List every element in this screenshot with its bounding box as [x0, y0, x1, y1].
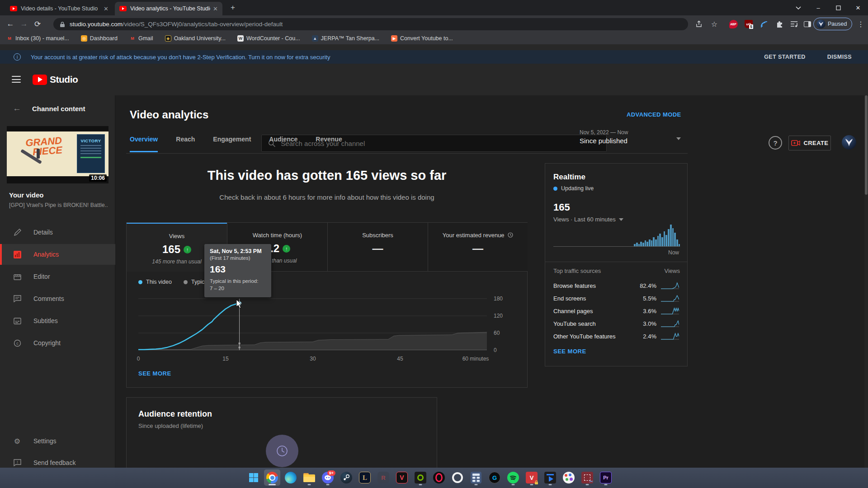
window-close-button[interactable]: ✕: [848, 0, 868, 15]
realtime-bar-chart[interactable]: [553, 223, 680, 247]
y-axis-tick: 0: [494, 347, 497, 353]
browser-menu-kebab-icon[interactable]: ⋮: [854, 18, 867, 30]
bookmark-dashboard[interactable]: ◎Dashboard: [81, 35, 118, 42]
valorant-icon[interactable]: V: [394, 469, 410, 486]
extension-adblock-plus-icon[interactable]: ABP: [727, 18, 740, 30]
bookmark-oakland-university[interactable]: ◆Oakland University...: [165, 35, 226, 42]
logitech-g-icon[interactable]: G: [486, 469, 503, 486]
bookmark-wordcounter[interactable]: WWordCounter - Cou...: [237, 35, 300, 42]
page-title: Video analytics: [130, 108, 208, 121]
traffic-sparkline: [661, 320, 679, 327]
premiere-pro-icon[interactable]: Pr: [598, 469, 614, 486]
help-button[interactable]: ?: [769, 136, 782, 150]
reload-icon[interactable]: ⟳: [31, 17, 44, 31]
live-dot: [553, 187, 557, 191]
tooltip-note: Typical in this period:7 – 20: [210, 278, 266, 292]
nvidia-geforce-icon[interactable]: [412, 469, 429, 486]
realtime-title: Realtime: [553, 173, 679, 182]
window-menu-chevron-icon[interactable]: [788, 0, 808, 15]
sidebar-item-settings[interactable]: ⚙ Settings: [0, 431, 115, 451]
file-explorer-icon[interactable]: [301, 469, 317, 486]
date-range-picker[interactable]: Nov 5, 2022 — Now Since published: [580, 129, 681, 145]
extensions-puzzle-icon[interactable]: [773, 18, 786, 30]
opera-gx-icon[interactable]: [431, 469, 447, 486]
sidebar-item-analytics[interactable]: Analytics: [0, 244, 115, 265]
scrollbar-thumb[interactable]: [865, 95, 868, 195]
snipping-tool-icon[interactable]: ✂: [579, 469, 595, 486]
side-panel-icon[interactable]: [801, 18, 814, 30]
see-more-link[interactable]: SEE MORE: [138, 370, 171, 377]
sidebar-item-details[interactable]: Details: [0, 222, 115, 243]
traffic-row-youtube-search[interactable]: YouTube search3.0%: [553, 317, 680, 330]
steelseries-icon[interactable]: [449, 469, 466, 486]
tab-engagement[interactable]: Engagement: [213, 136, 251, 152]
get-started-button[interactable]: GET STARTED: [764, 54, 806, 60]
browser-tab-strip: Video details - YouTube Studio ✕ Video a…: [0, 0, 868, 15]
browser-tab-video-analytics[interactable]: Video analytics - YouTube Studio ✕: [115, 2, 222, 15]
share-icon[interactable]: [693, 18, 705, 30]
tab-audience[interactable]: Audience: [269, 136, 297, 152]
create-button[interactable]: CREATE: [788, 136, 831, 150]
back-icon[interactable]: ←: [4, 17, 17, 31]
traffic-row-other-features[interactable]: Other YouTube features2.4%: [553, 330, 680, 343]
bookmark-jerpa[interactable]: ▲JERPA™ Tan Sherpa...: [312, 35, 379, 42]
windows-start-icon[interactable]: [245, 469, 262, 486]
video-thumbnail[interactable]: GRANDPIECE VICTORY 10:06: [7, 126, 108, 183]
paint-3d-icon[interactable]: [561, 469, 577, 486]
account-avatar[interactable]: [842, 135, 856, 150]
new-tab-button[interactable]: +: [226, 0, 240, 15]
security-warning-banner: i Your account is at greater risk of att…: [0, 50, 868, 64]
extension-audio-signal-icon[interactable]: [758, 18, 770, 30]
extension-ublock-origin-icon[interactable]: uO5: [742, 18, 755, 30]
realtime-views-dropdown[interactable]: Views · Last 60 minutes: [553, 216, 679, 223]
vanguard-icon[interactable]: V: [524, 469, 540, 486]
bookmark-inbox[interactable]: MInbox (30) - manuel...: [6, 35, 69, 42]
spotify-icon[interactable]: [505, 469, 521, 486]
calculator-icon[interactable]: [468, 469, 484, 486]
youtube-studio-logo[interactable]: Studio: [33, 74, 78, 85]
tab-close-icon[interactable]: ✕: [104, 5, 108, 12]
chrome-icon[interactable]: [264, 469, 280, 486]
forward-icon[interactable]: →: [17, 17, 31, 31]
chart-tooltip: Sat, Nov 5, 2:53 PM (First 17 minutes) 1…: [204, 244, 271, 297]
profile-avatar: [816, 19, 826, 28]
sidebar-item-comments[interactable]: Comments: [0, 288, 115, 309]
browser-tab-video-details[interactable]: Video details - YouTube Studio ✕: [5, 2, 113, 15]
tab-revenue[interactable]: Revenue: [316, 136, 342, 152]
metric-card-revenue[interactable]: Your estimated revenue —: [428, 223, 528, 272]
hamburger-menu-icon[interactable]: [12, 76, 21, 83]
edge-icon[interactable]: [283, 469, 299, 486]
window-minimize-button[interactable]: –: [808, 0, 828, 15]
retention-subtitle: Since uploaded (lifetime): [138, 422, 437, 429]
metric-card-subscribers[interactable]: Subscribers —: [327, 223, 428, 272]
youtube-play-icon: [33, 75, 47, 85]
discord-badge: 9+: [327, 470, 335, 476]
riot-client-icon[interactable]: R: [375, 469, 392, 486]
bookmark-convert-youtube[interactable]: ▶Convert Youtube to...: [391, 35, 453, 42]
address-bar[interactable]: studio.youtube.com/video/S_QFs3OFWj0/ana…: [53, 18, 688, 30]
channel-content-back[interactable]: ← Channel content: [0, 95, 115, 122]
discord-icon[interactable]: 9+: [320, 469, 336, 486]
sidebar-item-subtitles[interactable]: Subtitles: [0, 310, 115, 331]
traffic-row-browse[interactable]: Browse features82.4%: [553, 279, 680, 292]
sidebar-item-editor[interactable]: Editor: [0, 266, 115, 287]
bookmark-gmail[interactable]: MGmail: [129, 35, 153, 42]
window-maximize-button[interactable]: [828, 0, 848, 15]
tab-close-icon[interactable]: ✕: [213, 5, 218, 12]
traffic-row-channel-pages[interactable]: Channel pages3.6%: [553, 305, 680, 317]
profile-sync-paused-button[interactable]: Paused: [813, 18, 852, 30]
movies-tv-icon[interactable]: [542, 469, 558, 486]
views-line-chart[interactable]: [138, 298, 487, 350]
tab-overview[interactable]: Overview: [130, 136, 158, 152]
sidebar-item-copyright[interactable]: c Copyright: [0, 333, 115, 353]
dismiss-button[interactable]: DISMISS: [827, 54, 852, 60]
advanced-mode-link[interactable]: ADVANCED MODE: [627, 111, 681, 118]
realtime-see-more-link[interactable]: SEE MORE: [553, 348, 586, 355]
bookmark-star-icon[interactable]: ☆: [708, 18, 721, 30]
traffic-row-end-screens[interactable]: End screens5.5%: [553, 292, 680, 305]
page-scrollbar[interactable]: [864, 95, 868, 468]
tab-reach[interactable]: Reach: [176, 136, 195, 152]
steam-icon[interactable]: [338, 469, 354, 486]
league-of-legends-icon[interactable]: L: [357, 469, 373, 486]
media-controls-icon[interactable]: [788, 18, 800, 30]
